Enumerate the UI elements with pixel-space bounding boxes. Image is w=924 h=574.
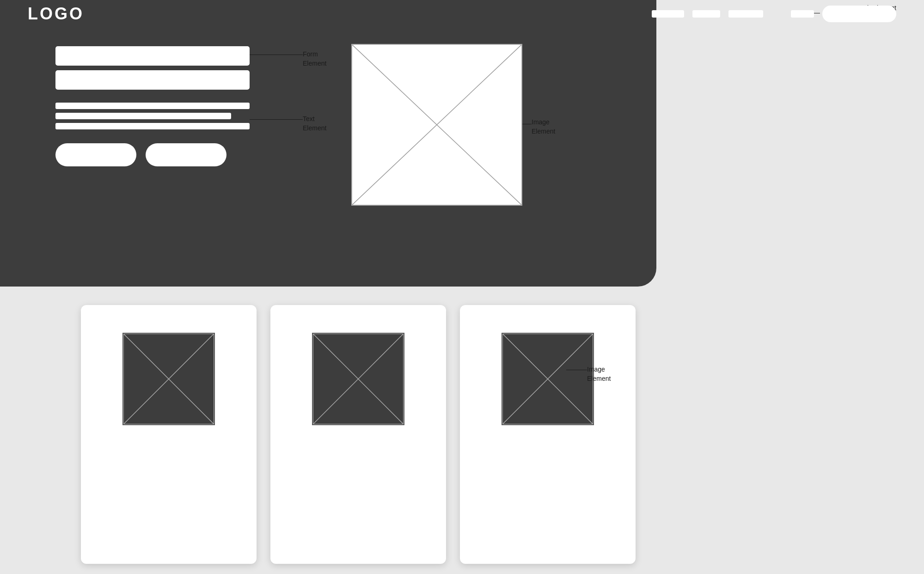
card-2: [270, 305, 446, 564]
image-element-annotation: ImageElement: [532, 118, 555, 136]
form-element-line: [250, 55, 303, 55]
button-row: [55, 143, 250, 166]
form-input-1[interactable]: [55, 46, 250, 66]
navbar: LOGO: [0, 0, 924, 28]
card-image-element-line: [566, 370, 587, 370]
card-image-2: [312, 333, 404, 425]
form-section: [55, 46, 250, 166]
logo: LOGO: [28, 4, 84, 24]
card-image-3: [502, 333, 594, 425]
nav-item-3[interactable]: [728, 10, 763, 18]
text-line-3: [55, 123, 250, 129]
button-1[interactable]: [55, 143, 136, 166]
nav-right: [791, 6, 896, 22]
nav-item-2[interactable]: [692, 10, 720, 18]
text-line-1: [55, 103, 250, 109]
form-element-annotation: FormElement: [303, 50, 326, 68]
text-line-2: [55, 113, 231, 119]
form-input-2[interactable]: [55, 70, 250, 90]
nav-icon[interactable]: [791, 10, 814, 18]
nav-item-1[interactable]: [652, 10, 684, 18]
card-1: [81, 305, 257, 564]
main-image-placeholder: [351, 44, 522, 206]
cards-section: [81, 305, 636, 564]
image-element-line: [522, 124, 532, 124]
search-input[interactable]: [822, 6, 896, 22]
card-image-element-annotation: ImageElement: [587, 365, 611, 383]
text-lines: [55, 103, 250, 129]
nav-items: [652, 10, 763, 18]
image-placeholder-svg: [352, 45, 521, 205]
content-area: [55, 46, 250, 166]
text-element-annotation: TextElement: [303, 115, 326, 133]
button-2[interactable]: [146, 143, 226, 166]
text-element-line: [250, 119, 303, 120]
card-3: [460, 305, 636, 564]
card-image-1: [122, 333, 215, 425]
